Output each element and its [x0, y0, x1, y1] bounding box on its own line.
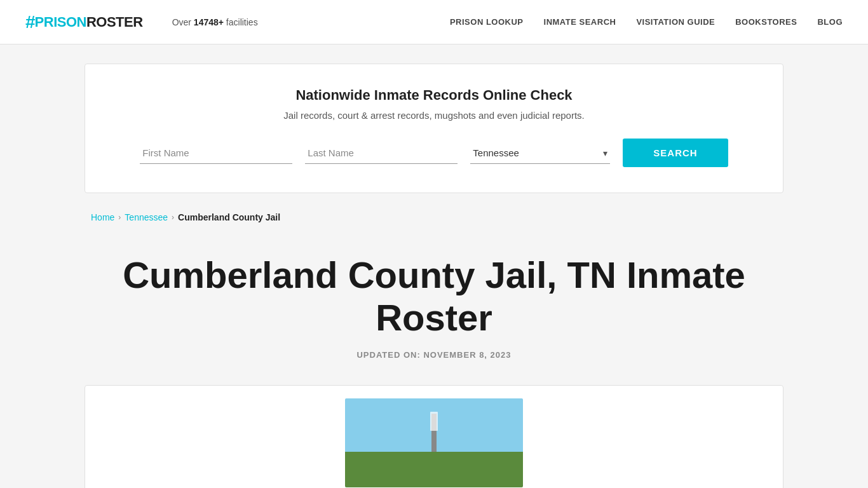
- facilities-count-text: Over 14748+ facilities: [172, 17, 258, 27]
- facilities-suffix: facilities: [224, 17, 258, 27]
- updated-label: UPDATED ON: NOVEMBER 8, 2023: [91, 350, 777, 360]
- search-banner: Nationwide Inmate Records Online Check J…: [85, 64, 783, 193]
- nav-visitation-guide[interactable]: VISITATION GUIDE: [636, 17, 715, 27]
- facilities-number: 14748+: [194, 17, 224, 27]
- search-banner-subtitle: Jail records, court & arrest records, mu…: [111, 110, 757, 121]
- first-name-input[interactable]: [140, 142, 292, 164]
- page-title: Cumberland County Jail, TN Inmate Roster: [91, 254, 777, 339]
- breadcrumb-state[interactable]: Tennessee: [125, 212, 168, 222]
- search-button[interactable]: SEARCH: [623, 139, 728, 167]
- page-title-section: Cumberland County Jail, TN Inmate Roster…: [85, 235, 783, 366]
- breadcrumb: Home › Tennessee › Cumberland County Jai…: [85, 212, 783, 222]
- search-banner-title: Nationwide Inmate Records Online Check: [111, 87, 757, 104]
- nav-blog[interactable]: BLOG: [817, 17, 843, 27]
- content-card: [85, 385, 783, 488]
- search-form: AlabamaAlaskaArizonaArkansasCaliforniaCo…: [111, 139, 757, 167]
- breadcrumb-sep-1: ›: [118, 213, 121, 222]
- nav-prison-lookup[interactable]: PRISON LOOKUP: [450, 17, 524, 27]
- last-name-input[interactable]: [305, 142, 458, 164]
- navbar: #PRISONROSTER Over 14748+ facilities PRI…: [0, 0, 868, 44]
- breadcrumb-current: Cumberland County Jail: [178, 212, 280, 222]
- state-select-wrapper: AlabamaAlaskaArizonaArkansasCaliforniaCo…: [470, 142, 610, 164]
- jail-image: [345, 398, 523, 487]
- nav-bookstores[interactable]: BOOKSTORES: [735, 17, 797, 27]
- nav-links: PRISON LOOKUP INMATE SEARCH VISITATION G…: [450, 17, 843, 27]
- facilities-prefix: Over: [172, 17, 194, 27]
- logo-roster: ROSTER: [86, 14, 143, 30]
- nav-inmate-search[interactable]: INMATE SEARCH: [544, 17, 616, 27]
- updated-prefix: UPDATED ON:: [356, 350, 423, 360]
- breadcrumb-sep-2: ›: [172, 213, 174, 222]
- logo-hash: #: [25, 12, 35, 32]
- breadcrumb-home[interactable]: Home: [91, 212, 114, 222]
- updated-date: NOVEMBER 8, 2023: [423, 350, 511, 360]
- state-select[interactable]: AlabamaAlaskaArizonaArkansasCaliforniaCo…: [470, 142, 610, 164]
- content-card-inner: [85, 386, 783, 488]
- logo-prison: PRISON: [35, 14, 86, 30]
- logo[interactable]: #PRISONROSTER: [25, 12, 143, 32]
